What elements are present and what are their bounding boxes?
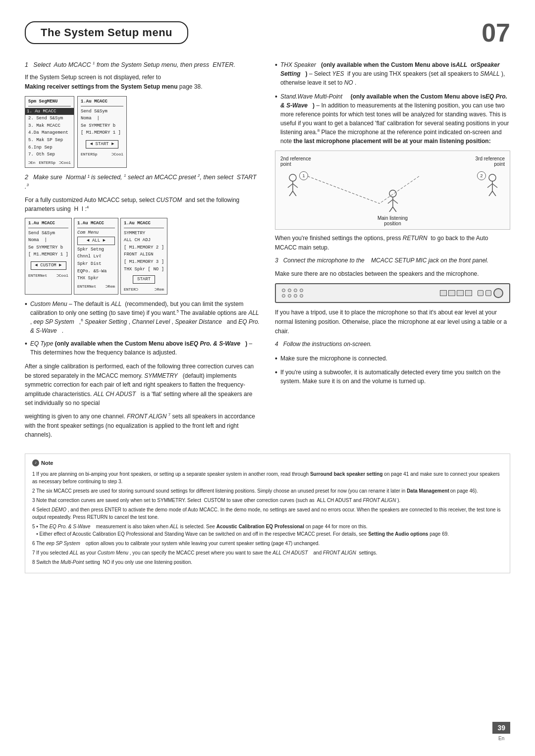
page-container: The System Setup menu 07 1 Select Auto M… bbox=[0, 0, 535, 756]
step2-screen2: 1.Au MCACC Com Menu ◄ ALL ► Spkr Setng C… bbox=[74, 218, 118, 295]
note-7: 7 If you selected ALL as your Custom Men… bbox=[32, 549, 503, 556]
step3-extra: Make sure there are no obstacles between… bbox=[275, 269, 510, 279]
chapter-number: 07 bbox=[482, 20, 510, 46]
screen1-item7: 7. Oth Sep bbox=[28, 151, 71, 158]
ref-point-3rd bbox=[485, 174, 500, 198]
step2-s1-title: 1.Au MCACC bbox=[28, 220, 68, 228]
bullet-custom-menu: • Custom Menu – The default is ALL (reco… bbox=[25, 300, 260, 335]
svg-line-13 bbox=[492, 191, 496, 196]
step4-text: 4 Follow the instructions on-screen. bbox=[275, 340, 510, 349]
note-icon: ♪ bbox=[32, 459, 39, 466]
panel-controls bbox=[440, 288, 503, 298]
page-footer: 39 En bbox=[492, 722, 510, 741]
panel-btn4 bbox=[465, 290, 472, 296]
svg-line-17 bbox=[393, 200, 398, 203]
note-4: 4 Select DEMO , and then press ENTER to … bbox=[32, 506, 503, 521]
page-number: 39 bbox=[492, 722, 510, 734]
page-title: The System Setup menu bbox=[25, 21, 188, 44]
screen2-box: 1.Au MCACC Send S&Sym Noma | Se SYMMETRY… bbox=[77, 96, 127, 168]
page-header: The System Setup menu 07 bbox=[25, 20, 510, 46]
return-text: When you're finished settings the option… bbox=[275, 234, 510, 252]
screen1-item6: 6.Inp Sep bbox=[28, 144, 71, 151]
note-8: 8 Switch the Multi-Point setting NO if y… bbox=[32, 558, 503, 566]
screen1-box: Spm SegMENU 1. Au MCACC 2. Send S&Sym 3.… bbox=[25, 96, 74, 168]
screen2-title: 1.Au MCACC bbox=[81, 99, 123, 106]
bullet-thx-speaker: • THX Speaker (only available when the C… bbox=[275, 60, 510, 87]
svg-line-19 bbox=[393, 207, 396, 212]
panel-dots bbox=[282, 289, 304, 298]
svg-line-16 bbox=[388, 200, 393, 203]
step2-extra: For a fully customized Auto MCACC setup,… bbox=[25, 196, 260, 214]
svg-line-10 bbox=[487, 184, 492, 188]
screen1-item3: 3. Mak MCACC bbox=[28, 122, 71, 130]
right-column: • THX Speaker (only available when the C… bbox=[275, 60, 510, 444]
note-2: 2 The six MCACC presets are used for sto… bbox=[32, 487, 503, 495]
svg-line-12 bbox=[489, 191, 492, 196]
svg-line-11 bbox=[492, 184, 497, 188]
tripod-text: If you have a tripod, use it to place th… bbox=[275, 308, 510, 336]
svg-line-18 bbox=[389, 207, 393, 212]
page-lang: En bbox=[498, 736, 504, 741]
note-3: 3 Note that correction curves are saved … bbox=[32, 497, 503, 504]
screen1-item2: 2. Send S&Sym bbox=[28, 115, 71, 122]
body-para2: weighting is given to any one channel. F… bbox=[25, 412, 260, 440]
note-6: 6 The eep SP System option allows you to… bbox=[32, 540, 503, 547]
notes-section: ♪ Note 1 If you are planning on bi-ampin… bbox=[25, 454, 510, 573]
screen2-start-btn: ◄ START ► bbox=[86, 140, 119, 149]
panel-btn1 bbox=[440, 290, 447, 296]
panel-btn2 bbox=[448, 290, 455, 296]
note-1: 1 If you are planning on bi-amping your … bbox=[32, 470, 503, 485]
bullet-standwave: • Stand.Wave Multi-Point (only available… bbox=[275, 92, 510, 146]
screen1-nav: ⊃EnENTERSp⊃Cool bbox=[28, 160, 71, 165]
label-2nd: 2nd referencepoint bbox=[280, 156, 311, 167]
ref-num-2: 2 bbox=[477, 171, 486, 180]
bullet-eq-type: • EQ Type (only available when the Custo… bbox=[25, 339, 260, 357]
screen1-title: Spm SegMENU bbox=[28, 99, 71, 106]
front-panel-diagram bbox=[275, 283, 510, 303]
label-3rd: 3rd referencepoint bbox=[476, 156, 505, 167]
screen2-item2: Noma | bbox=[81, 115, 123, 122]
left-column: 1 Select Auto MCACC 1 from the System Se… bbox=[25, 60, 260, 444]
notes-header: ♪ Note bbox=[32, 459, 503, 467]
main-listener bbox=[385, 190, 400, 213]
step3-text: 3 Connect the microphone to the MCACC SE… bbox=[275, 256, 510, 265]
reference-diagram: 2nd referencepoint 3rd referencepoint bbox=[275, 151, 510, 230]
screen2-item3: Se SYMMETRY b bbox=[81, 122, 123, 130]
screen2-nav: ENTERSp⊃Cool bbox=[81, 151, 123, 157]
body-para1: After a single calibration is performed,… bbox=[25, 362, 260, 408]
screen1-item4: 4.Da Management bbox=[28, 129, 71, 137]
svg-point-8 bbox=[489, 174, 496, 181]
panel-btn3 bbox=[457, 290, 464, 296]
screen2-item4: [ M1.MEMORY 1 ] bbox=[81, 129, 123, 137]
step2-screen1: 1.Au MCACC Send S&Sym Noma | Se SYMMETRY… bbox=[25, 218, 72, 295]
step1-screens: Spm SegMENU 1. Au MCACC 2. Send S&Sym 3.… bbox=[25, 96, 260, 168]
screen2-item1: Send S&Sym bbox=[81, 108, 123, 115]
step1-intro: 1 Select Auto MCACC 1 from the System Se… bbox=[25, 60, 260, 70]
bullets-section: • Custom Menu – The default is ALL (reco… bbox=[25, 300, 260, 357]
step4-bullets: • Make sure the microphone is connected.… bbox=[275, 354, 510, 386]
main-listening-label: Main listeningposition bbox=[280, 215, 505, 226]
step2-screens: 1.Au MCACC Send S&Sym Noma | Se SYMMETRY… bbox=[25, 218, 260, 295]
svg-line-6 bbox=[308, 176, 379, 203]
panel-knob bbox=[493, 288, 503, 298]
screen1-item5: 5. Mak SP Sep bbox=[28, 137, 71, 144]
svg-point-14 bbox=[389, 190, 396, 197]
note-5: 5 • The EQ Pro. & S-Wave measurement is … bbox=[32, 523, 503, 538]
step2-intro: 2 Make sure Normal ¹ is selected, 1 sele… bbox=[25, 173, 260, 192]
step2-screen3: 1.Au MCACC SYMMETRY ALL CH ADJ [ M1.MEMO… bbox=[120, 218, 167, 295]
screen1-item1: 1. Au MCACC bbox=[25, 108, 74, 115]
content-columns: 1 Select Auto MCACC 1 from the System Se… bbox=[25, 60, 510, 444]
step1-if-text: If the System Setup screen is not displa… bbox=[25, 73, 260, 91]
